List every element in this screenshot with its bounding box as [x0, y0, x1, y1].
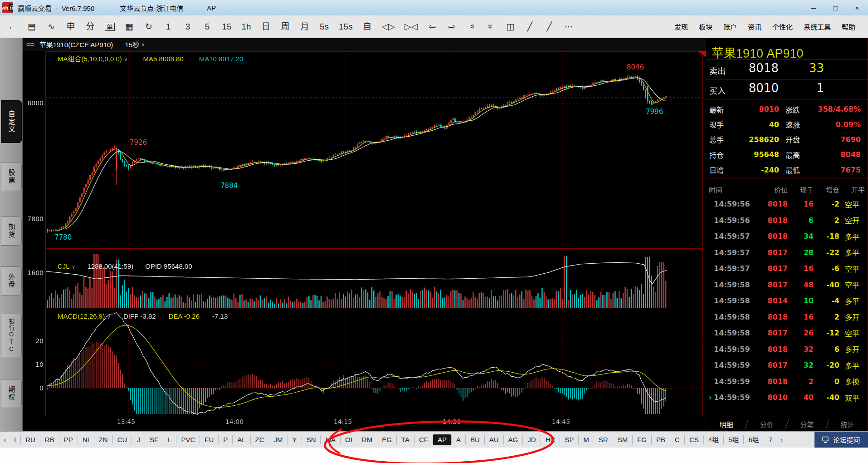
sidebar-tab[interactable]: 银行OTC [1, 314, 22, 357]
contract-code-tab[interactable]: CS [684, 435, 703, 444]
sidebar-tab[interactable]: 期货 [1, 217, 22, 246]
contract-code-tab[interactable]: OI [340, 435, 357, 444]
close-button[interactable]: × [846, 0, 868, 15]
contract-code-tab[interactable]: MA [320, 435, 340, 444]
toolbar-icon[interactable]: » [487, 22, 495, 32]
menu-item[interactable]: 资讯 [748, 22, 761, 31]
contract-code-tab[interactable]: ZC [250, 435, 269, 444]
contract-code-tab[interactable]: JM [269, 435, 288, 444]
toolbar-icon[interactable]: ↻ [144, 22, 154, 31]
toolbar-icon[interactable]: 5s [319, 22, 329, 31]
sidebar-tab[interactable]: 外盘 [1, 266, 22, 296]
ma-settings-dropdown[interactable]: MA组合(5,10,0,0,0,0)∨ [58, 54, 128, 63]
toolbar-icon[interactable]: ← [7, 22, 17, 31]
toolbar-icon[interactable]: ⇨ [447, 22, 457, 31]
contract-code-tab[interactable]: 7 [764, 435, 777, 444]
contract-code-tab[interactable]: AL [232, 435, 250, 444]
scroll-left-icon[interactable]: ‹ [0, 436, 10, 443]
contract-code-tab[interactable]: C [670, 435, 684, 444]
toolbar-icon[interactable]: 申 [66, 22, 76, 31]
menu-item[interactable]: 板块 [699, 22, 712, 31]
contract-code-tab[interactable]: RB [40, 435, 59, 444]
menu-item[interactable]: 帮助 [842, 22, 855, 31]
contract-code-tab[interactable]: AU [484, 435, 503, 444]
contract-code-tab[interactable]: TA [396, 435, 414, 444]
contract-code-tab[interactable]: JD [522, 435, 540, 444]
contract-code-tab[interactable]: CU [112, 435, 132, 444]
contract-code-tab[interactable]: FU [200, 435, 218, 444]
contract-code-tab[interactable]: J [132, 435, 145, 444]
contract-code-tab[interactable]: PP [59, 435, 78, 444]
contract-code-tab[interactable]: EG [377, 435, 396, 444]
scroll-right-icon[interactable]: › [777, 436, 786, 443]
forum-button[interactable]: 论坛提问 [814, 432, 868, 448]
detail-tab[interactable]: 分价 [746, 417, 787, 431]
contract-code-tab[interactable]: M [578, 435, 594, 444]
toolbar-icon[interactable]: ∿ [46, 22, 56, 31]
toolbar-icon[interactable]: ⋯ [564, 22, 574, 31]
toolbar-icon[interactable]: 1 [163, 22, 173, 31]
chart-symbol-tab[interactable]: 苹果1910(CZCE AP910) [39, 39, 113, 49]
menu-item[interactable]: 个性化 [772, 22, 793, 31]
contract-code-tab[interactable]: RU [20, 435, 40, 444]
sidebar-tab[interactable]: 期权 [1, 379, 22, 408]
ask-price[interactable]: 8018 [724, 61, 779, 75]
contract-code-tab[interactable]: A [451, 435, 465, 444]
contract-code-tab[interactable]: SF [145, 435, 163, 444]
toolbar-icon[interactable]: ╱ [544, 22, 554, 31]
contract-code-tab[interactable]: I [10, 435, 20, 444]
detail-tab[interactable]: 统计 [827, 417, 868, 431]
detail-tab[interactable]: 分笔 [787, 417, 827, 431]
toolbar-icon[interactable]: 单 [105, 23, 115, 31]
toolbar-icon[interactable]: ╱ [525, 22, 535, 31]
toolbar-icon[interactable]: 自 [362, 22, 372, 31]
toolbar-icon[interactable]: ◁▷ [382, 22, 395, 31]
contract-code-tab[interactable]: NI [78, 435, 94, 444]
contract-code-tab[interactable]: P [218, 435, 232, 444]
contract-code-tab[interactable]: SN [302, 435, 321, 444]
contract-code-tab[interactable]: BU [465, 435, 484, 444]
toolbar-icon[interactable]: ▤ [27, 22, 37, 31]
cjl-settings-dropdown[interactable]: CJL∨ [58, 262, 75, 270]
toolbar-icon[interactable]: 周 [280, 22, 290, 31]
contract-code-tab[interactable]: Y [288, 435, 302, 444]
menu-item[interactable]: 系统工具 [804, 22, 831, 31]
toolbar-icon[interactable]: 15s [339, 22, 353, 31]
contract-code-tab[interactable]: HC [541, 435, 560, 444]
period-selector[interactable]: 15秒 [125, 39, 139, 49]
maximize-button[interactable]: □ [824, 0, 846, 15]
toolbar-icon[interactable]: 日 [261, 22, 271, 31]
contract-code-tab[interactable]: CF [414, 435, 433, 444]
menu-item[interactable]: 账户 [723, 22, 737, 31]
contract-code-tab[interactable]: AG [503, 435, 523, 444]
toolbar-icon[interactable]: 月 [300, 22, 310, 31]
contract-code-tab[interactable]: SR [594, 435, 613, 444]
bid-price[interactable]: 8010 [724, 81, 779, 95]
toolbar-icon[interactable]: ⇦ [427, 22, 437, 31]
sidebar-tab[interactable]: 股票 [1, 162, 22, 191]
contract-code-tab[interactable]: SP [560, 435, 578, 444]
macd-settings-dropdown[interactable]: MACD(12,26,9)∨ [58, 312, 111, 320]
minimize-button[interactable]: ─ [803, 0, 824, 15]
toolbar-icon[interactable]: 15 [222, 22, 232, 31]
menu-item[interactable]: 发现 [674, 22, 688, 31]
contract-code-tab[interactable]: 5组 [723, 435, 743, 444]
sidebar-tab[interactable]: 自定义 [1, 100, 22, 143]
toolbar-icon[interactable]: ▦ [124, 22, 134, 31]
toolbar-icon[interactable]: 1h [241, 22, 251, 31]
contract-code-tab[interactable]: RM [357, 435, 377, 444]
toolbar-icon[interactable]: 3 [183, 22, 193, 31]
toolbar-icon[interactable]: ◫ [505, 22, 515, 31]
chevron-down-icon[interactable]: ∨ [141, 41, 145, 48]
contract-code-tab[interactable]: FG [632, 435, 651, 444]
contract-code-tab[interactable]: 4组 [703, 435, 723, 444]
toolbar-icon[interactable]: » [467, 22, 476, 32]
contract-code-tab[interactable]: AP [433, 434, 451, 445]
contract-code-tab[interactable]: PVC [176, 435, 200, 444]
contract-code-tab[interactable]: ZN [94, 435, 112, 444]
toolbar-icon[interactable]: ▷◁ [405, 22, 418, 31]
contract-code-tab[interactable]: SM [613, 435, 633, 444]
contract-code-tab[interactable]: PB [651, 435, 670, 444]
toolbar-icon[interactable]: 分 [85, 22, 95, 31]
toolbar-icon[interactable]: 5 [202, 22, 212, 31]
